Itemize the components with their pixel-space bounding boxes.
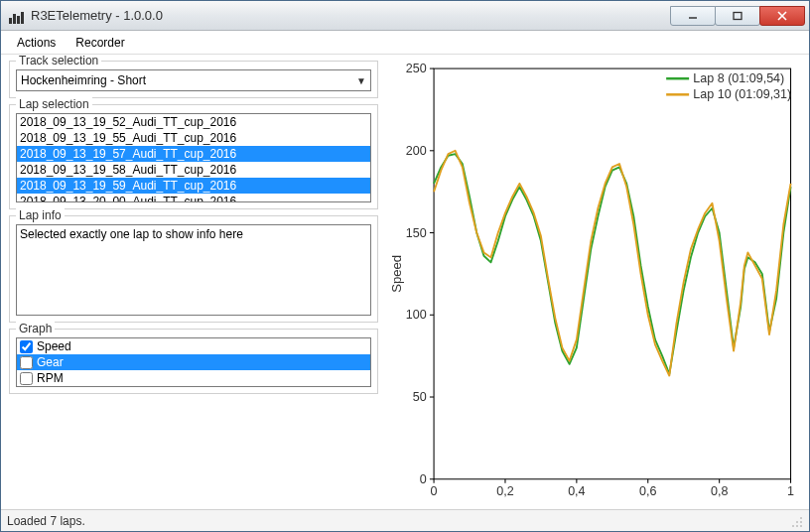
svg-point-35 bbox=[796, 521, 798, 523]
svg-point-34 bbox=[800, 517, 802, 519]
menu-recorder[interactable]: Recorder bbox=[68, 33, 132, 53]
lap-item[interactable]: 2018_09_13_19_52_Audi_TT_cup_2016 bbox=[17, 114, 370, 130]
svg-text:100: 100 bbox=[406, 309, 427, 323]
svg-text:0,4: 0,4 bbox=[568, 484, 586, 498]
svg-rect-1 bbox=[734, 12, 742, 19]
menu-bar: Actions Recorder bbox=[1, 31, 809, 55]
lap-item[interactable]: 2018_09_13_20_00_Audi_TT_cup_2016 bbox=[17, 194, 370, 202]
svg-rect-4 bbox=[434, 68, 790, 479]
lap-item[interactable]: 2018_09_13_19_58_Audi_TT_cup_2016 bbox=[17, 162, 370, 178]
status-text: Loaded 7 laps. bbox=[7, 514, 85, 528]
graph-listbox[interactable]: SpeedGearRPM bbox=[16, 337, 371, 387]
minimize-button[interactable] bbox=[670, 6, 716, 26]
svg-point-39 bbox=[800, 525, 802, 527]
window-title: R3ETelemetry - 1.0.0.0 bbox=[31, 8, 671, 23]
track-selection-group: Track selection Hockenheimring - Short ▼ bbox=[9, 61, 378, 98]
resize-grip-icon[interactable] bbox=[789, 514, 803, 528]
graph-item[interactable]: Speed bbox=[17, 338, 370, 354]
lapinfo-text: Selected exactly one lap to show info he… bbox=[16, 224, 371, 316]
app-icon bbox=[9, 8, 25, 24]
status-bar: Loaded 7 laps. bbox=[1, 509, 809, 531]
close-button[interactable] bbox=[759, 6, 805, 26]
lap-selection-group: Lap selection 2018_09_13_19_52_Audi_TT_c… bbox=[9, 104, 378, 209]
svg-text:0,6: 0,6 bbox=[639, 484, 657, 498]
svg-text:1: 1 bbox=[787, 484, 794, 498]
svg-text:0,8: 0,8 bbox=[711, 484, 729, 498]
lap-item[interactable]: 2018_09_13_19_59_Audi_TT_cup_2016 bbox=[17, 178, 370, 194]
lap-item[interactable]: 2018_09_13_19_55_Audi_TT_cup_2016 bbox=[17, 130, 370, 146]
chart-panel: 05010015020025000,20,40,60,81SpeedLap 8 … bbox=[386, 61, 801, 507]
lap-legend: Lap selection bbox=[16, 97, 92, 111]
graph-label: Gear bbox=[37, 355, 64, 369]
menu-actions[interactable]: Actions bbox=[9, 33, 64, 53]
svg-point-37 bbox=[792, 525, 794, 527]
title-bar: R3ETelemetry - 1.0.0.0 bbox=[1, 1, 809, 31]
main-area: Track selection Hockenheimring - Short ▼… bbox=[1, 55, 809, 509]
svg-text:Speed: Speed bbox=[388, 255, 403, 293]
svg-text:200: 200 bbox=[406, 144, 427, 158]
graph-checkbox[interactable] bbox=[20, 356, 33, 369]
left-panel: Track selection Hockenheimring - Short ▼… bbox=[9, 61, 378, 507]
window-controls bbox=[671, 6, 805, 26]
lap-listbox[interactable]: 2018_09_13_19_52_Audi_TT_cup_20162018_09… bbox=[16, 113, 371, 202]
track-combo[interactable]: Hockenheimring - Short ▼ bbox=[16, 69, 371, 91]
svg-text:Lap 8 (01:09,54): Lap 8 (01:09,54) bbox=[693, 71, 784, 85]
svg-text:150: 150 bbox=[406, 226, 427, 240]
maximize-button[interactable] bbox=[715, 6, 760, 26]
chevron-down-icon: ▼ bbox=[356, 75, 366, 86]
graph-legend: Graph bbox=[16, 322, 55, 335]
lapinfo-legend: Lap info bbox=[16, 208, 65, 222]
svg-point-38 bbox=[796, 525, 798, 527]
graph-item[interactable]: RPM bbox=[17, 370, 370, 386]
lap-item[interactable]: 2018_09_13_19_57_Audi_TT_cup_2016 bbox=[17, 146, 370, 162]
svg-text:50: 50 bbox=[413, 390, 427, 404]
lap-info-group: Lap info Selected exactly one lap to sho… bbox=[9, 215, 378, 323]
graph-item[interactable]: Gear bbox=[17, 354, 370, 370]
graph-checkbox[interactable] bbox=[20, 340, 33, 353]
speed-chart: 05010015020025000,20,40,60,81SpeedLap 8 … bbox=[386, 61, 801, 507]
graph-label: Speed bbox=[37, 339, 71, 353]
track-combo-value: Hockenheimring - Short bbox=[21, 73, 146, 87]
svg-text:0: 0 bbox=[431, 484, 438, 498]
graph-group: Graph SpeedGearRPM bbox=[9, 329, 378, 394]
svg-text:0,2: 0,2 bbox=[496, 484, 514, 498]
graph-checkbox[interactable] bbox=[20, 372, 33, 385]
svg-point-36 bbox=[800, 521, 802, 523]
svg-text:0: 0 bbox=[420, 472, 427, 486]
graph-label: RPM bbox=[37, 371, 64, 385]
svg-text:Lap 10 (01:09,31): Lap 10 (01:09,31) bbox=[693, 88, 791, 102]
track-legend: Track selection bbox=[16, 55, 101, 67]
svg-text:250: 250 bbox=[406, 62, 427, 75]
